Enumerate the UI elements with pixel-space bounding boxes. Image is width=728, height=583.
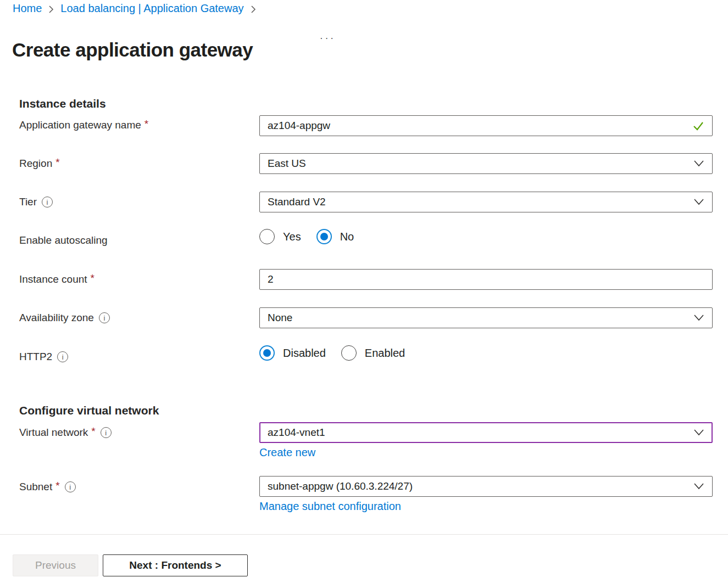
label-region: Region * <box>19 158 60 170</box>
tier-dropdown-value: Standard V2 <box>268 196 326 208</box>
subnet-field: subnet-appgw (10.60.3.224/27) <box>259 476 713 497</box>
required-asterisk: * <box>91 425 95 438</box>
availability-zone-dropdown-value: None <box>268 312 292 324</box>
breadcrumb: Home Load balancing | Application Gatewa… <box>13 2 256 15</box>
create-new-link[interactable]: Create new <box>259 446 315 459</box>
label-http2: HTTP2 i <box>19 351 68 363</box>
label-text: Region <box>19 158 52 170</box>
page-title: Create application gateway <box>12 39 253 61</box>
http2-disabled-radio[interactable]: Disabled <box>259 345 326 361</box>
availability-zone-dropdown[interactable]: None <box>259 307 713 328</box>
availability-zone-field: None <box>259 307 713 328</box>
label-text: Tier <box>19 196 37 208</box>
footer-divider <box>0 534 728 535</box>
application-gateway-name-input[interactable] <box>259 115 713 136</box>
chevron-down-icon <box>693 199 704 205</box>
http2-radio-group: Disabled Enabled <box>259 345 713 361</box>
chevron-down-icon <box>693 483 704 490</box>
label-text: Virtual network <box>19 427 88 439</box>
subnet-info-icon[interactable]: i <box>65 481 76 492</box>
http2-info-icon[interactable]: i <box>57 351 68 362</box>
label-application-gateway-name: Application gateway name * <box>19 119 148 131</box>
breadcrumb-link-home[interactable]: Home <box>13 2 42 15</box>
chevron-down-icon <box>693 429 704 436</box>
radio-unselected-icon <box>259 229 275 244</box>
tier-dropdown[interactable]: Standard V2 <box>259 192 713 212</box>
virtual-network-info-icon[interactable]: i <box>101 427 112 438</box>
required-asterisk: * <box>55 480 59 492</box>
region-dropdown-value: East US <box>268 158 306 170</box>
breadcrumb-separator-icon <box>251 5 256 14</box>
http2-enabled-radio[interactable]: Enabled <box>341 345 405 361</box>
label-text: Instance count <box>19 273 87 285</box>
label-tier: Tier i <box>19 196 53 208</box>
breadcrumb-separator-icon <box>48 5 54 14</box>
section-heading-configure-virtual-network: Configure virtual network <box>19 404 159 417</box>
label-instance-count: Instance count * <box>19 273 95 285</box>
availability-zone-info-icon[interactable]: i <box>99 312 110 323</box>
radio-selected-icon <box>316 229 332 244</box>
required-asterisk: * <box>91 272 95 284</box>
tier-info-icon[interactable]: i <box>42 197 53 208</box>
next-frontends-button[interactable]: Next : Frontends > <box>103 554 248 576</box>
chevron-down-icon <box>693 315 704 321</box>
label-text: Enable autoscaling <box>19 234 108 246</box>
virtual-network-field: az104-vnet1 <box>259 422 713 443</box>
breadcrumb-link-load-balancing-application-gateway[interactable]: Load balancing | Application Gateway <box>60 2 243 15</box>
tier-field: Standard V2 <box>259 192 713 212</box>
label-text: Application gateway name <box>19 119 141 131</box>
virtual-network-dropdown-value: az104-vnet1 <box>268 427 325 439</box>
label-text: Availability zone <box>19 312 94 324</box>
label-text: Subnet <box>19 481 52 493</box>
section-heading-instance-details: Instance details <box>19 97 106 110</box>
more-options-ellipsis-icon[interactable]: ··· <box>320 33 336 44</box>
region-dropdown[interactable]: East US <box>259 153 713 174</box>
manage-subnet-configuration-link[interactable]: Manage subnet configuration <box>259 500 401 513</box>
application-gateway-name-field <box>259 115 713 136</box>
subnet-dropdown[interactable]: subnet-appgw (10.60.3.224/27) <box>259 476 713 497</box>
radio-unselected-icon <box>341 345 357 361</box>
enable-autoscaling-radio-group: Yes No <box>259 229 713 244</box>
virtual-network-dropdown[interactable]: az104-vnet1 <box>259 422 713 443</box>
subnet-dropdown-value: subnet-appgw (10.60.3.224/27) <box>268 480 413 492</box>
radio-label: Enabled <box>365 347 405 360</box>
instance-count-input[interactable] <box>259 269 713 290</box>
required-asterisk: * <box>55 156 59 169</box>
region-field: East US <box>259 153 713 174</box>
label-virtual-network: Virtual network * i <box>19 427 112 439</box>
required-asterisk: * <box>145 118 148 130</box>
label-text: HTTP2 <box>19 351 52 363</box>
radio-selected-icon <box>259 345 275 361</box>
radio-label: Yes <box>283 231 301 243</box>
autoscaling-no-radio[interactable]: No <box>316 229 354 244</box>
instance-count-field <box>259 269 713 290</box>
label-subnet: Subnet * i <box>19 481 76 493</box>
radio-label: Disabled <box>283 347 326 360</box>
label-enable-autoscaling: Enable autoscaling <box>19 234 108 246</box>
label-availability-zone: Availability zone i <box>19 312 110 324</box>
create-application-gateway-page: Home Load balancing | Application Gatewa… <box>0 0 728 583</box>
autoscaling-yes-radio[interactable]: Yes <box>259 229 301 244</box>
radio-label: No <box>340 231 354 243</box>
previous-button[interactable]: Previous <box>13 554 98 576</box>
chevron-down-icon <box>693 160 704 167</box>
